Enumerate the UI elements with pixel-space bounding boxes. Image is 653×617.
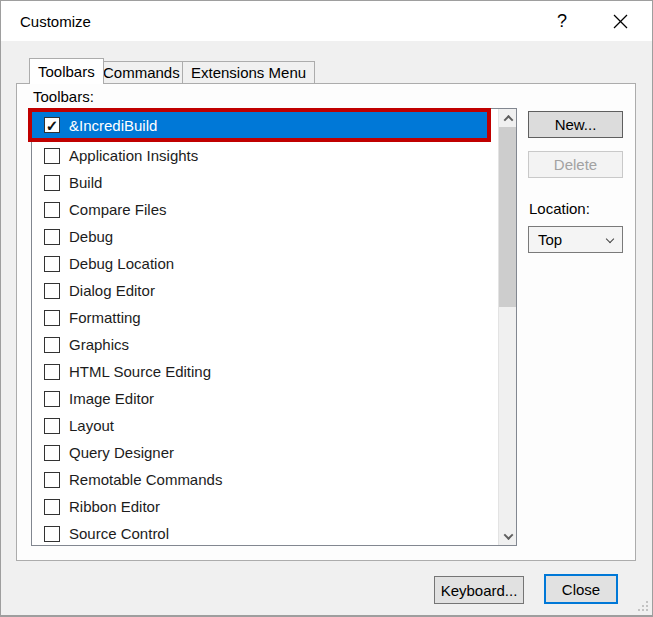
toolbar-row[interactable]: Graphics (32, 331, 498, 358)
toolbar-row[interactable]: Remotable Commands (32, 466, 498, 493)
toolbar-item-label: Application Insights (69, 147, 198, 164)
toolbar-item-label: Dialog Editor (69, 282, 155, 299)
toolbar-row[interactable]: Build (32, 169, 498, 196)
checkbox-unchecked-icon[interactable] (44, 337, 60, 353)
toolbar-row[interactable]: Formatting (32, 304, 498, 331)
toolbar-item-label: Debug (69, 228, 113, 245)
close-x-glyph (613, 14, 628, 29)
toolbar-row[interactable]: Compare Files (32, 196, 498, 223)
toolbar-item-label: Debug Location (69, 255, 174, 272)
toolbar-row[interactable]: Layout (32, 412, 498, 439)
toolbar-row[interactable]: HTML Source Editing (32, 358, 498, 385)
toolbar-row[interactable]: Debug (32, 223, 498, 250)
checkbox-unchecked-icon[interactable] (44, 175, 60, 191)
toolbar-item-label: Remotable Commands (69, 471, 222, 488)
toolbar-row[interactable]: Query Designer (32, 439, 498, 466)
checkbox-unchecked-icon[interactable] (44, 391, 60, 407)
checkbox-checked-icon[interactable]: ✓ (44, 117, 60, 133)
annotation-highlight-box: ✓&IncrediBuild (28, 108, 491, 142)
toolbar-row[interactable]: Source Control (32, 520, 498, 547)
checkbox-unchecked-icon[interactable] (44, 364, 60, 380)
toolbar-row[interactable]: Dialog Editor (32, 277, 498, 304)
checkbox-unchecked-icon[interactable] (44, 472, 60, 488)
toolbar-row[interactable]: ✓&IncrediBuild (32, 112, 487, 138)
checkbox-unchecked-icon[interactable] (44, 229, 60, 245)
keyboard-button[interactable]: Keyboard... (434, 576, 524, 604)
toolbar-item-label: &IncrediBuild (69, 117, 157, 134)
toolbar-item-label: Ribbon Editor (69, 498, 160, 515)
close-button[interactable]: Close (544, 574, 618, 604)
delete-button[interactable]: Delete (528, 151, 623, 178)
location-label: Location: (529, 200, 590, 217)
toolbar-item-label: HTML Source Editing (69, 363, 211, 380)
resize-grip-icon[interactable] (636, 599, 648, 611)
tab-toolbars[interactable]: Toolbars (29, 58, 104, 84)
toolbar-list: ✓&IncrediBuildApplication InsightsBuildC… (32, 109, 498, 545)
checkbox-unchecked-icon[interactable] (44, 283, 60, 299)
location-value: Top (538, 231, 562, 248)
scroll-down-icon[interactable] (499, 527, 517, 545)
customize-dialog: Customize ? Toolbars Commands Extensions… (0, 0, 653, 617)
checkbox-unchecked-icon[interactable] (44, 202, 60, 218)
toolbar-row[interactable]: Image Editor (32, 385, 498, 412)
toolbar-item-label: Image Editor (69, 390, 154, 407)
toolbar-item-label: Layout (69, 417, 114, 434)
toolbar-item-label: Query Designer (69, 444, 174, 461)
scroll-up-icon[interactable] (499, 109, 517, 127)
toolbar-item-label: Compare Files (69, 201, 167, 218)
toolbars-listbox[interactable]: ✓&IncrediBuildApplication InsightsBuildC… (31, 108, 517, 546)
checkbox-unchecked-icon[interactable] (44, 256, 60, 272)
checkbox-unchecked-icon[interactable] (44, 499, 60, 515)
new-button[interactable]: New... (528, 111, 623, 138)
toolbar-item-label: Build (69, 174, 102, 191)
toolbars-list-label: Toolbars: (33, 88, 94, 105)
toolbar-item-label: Source Control (69, 525, 169, 542)
checkbox-unchecked-icon[interactable] (44, 148, 60, 164)
checkbox-unchecked-icon[interactable] (44, 526, 60, 542)
tab-commands[interactable]: Commands (94, 61, 189, 83)
checkbox-unchecked-icon[interactable] (44, 418, 60, 434)
tab-extensions-menu[interactable]: Extensions Menu (182, 61, 315, 83)
scrollbar[interactable] (498, 109, 516, 545)
toolbar-row[interactable]: Ribbon Editor (32, 493, 498, 520)
toolbar-item-label: Formatting (69, 309, 141, 326)
chevron-down-icon (606, 235, 614, 243)
toolbar-item-label: Graphics (69, 336, 129, 353)
close-icon[interactable] (598, 1, 642, 41)
scrollbar-thumb[interactable] (499, 127, 516, 307)
toolbar-row[interactable]: Debug Location (32, 250, 498, 277)
checkbox-unchecked-icon[interactable] (44, 310, 60, 326)
window-title: Customize (20, 13, 91, 30)
help-icon[interactable]: ? (540, 1, 584, 41)
toolbar-row[interactable]: Application Insights (32, 142, 498, 169)
checkbox-unchecked-icon[interactable] (44, 445, 60, 461)
location-dropdown[interactable]: Top (528, 226, 623, 253)
